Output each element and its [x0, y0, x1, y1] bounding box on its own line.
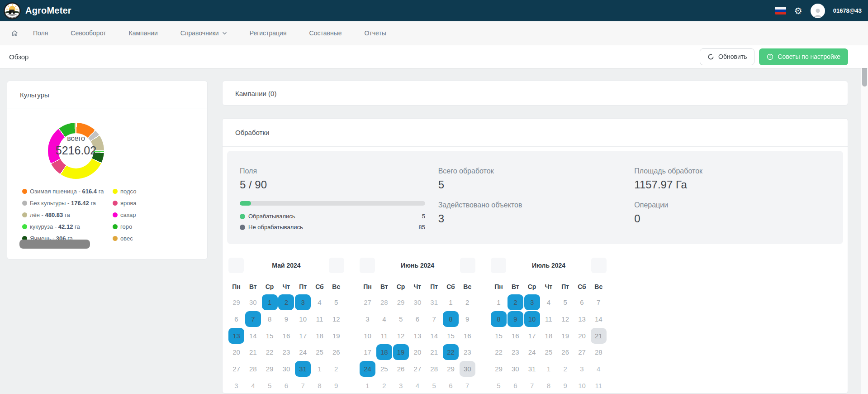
calendar-day[interactable]: 6	[443, 378, 459, 394]
calendar-day[interactable]: 1	[360, 378, 375, 394]
calendar-day[interactable]: 2	[328, 361, 344, 377]
calendar-day[interactable]: 6	[228, 311, 244, 327]
calendar-day[interactable]: 7	[460, 378, 475, 394]
next-month-button[interactable]	[329, 258, 344, 273]
calendar-day[interactable]: 29	[228, 294, 244, 310]
calendar-day[interactable]: 14	[591, 311, 607, 327]
calendar-day[interactable]: 16	[278, 328, 294, 344]
calendar-day[interactable]: 26	[328, 344, 344, 360]
calendar-day[interactable]: 5	[328, 294, 344, 310]
calendar-day[interactable]: 25	[376, 361, 392, 377]
calendar-day[interactable]: 12	[393, 328, 409, 344]
calendar-day[interactable]: 3	[524, 294, 540, 310]
menu-item-4[interactable]: Справочники	[180, 29, 227, 37]
calendar-day[interactable]: 15	[491, 328, 507, 344]
calendar-day[interactable]: 2	[278, 294, 294, 310]
calendar-day[interactable]: 27	[574, 344, 590, 360]
calendar-day[interactable]: 24	[524, 344, 540, 360]
calendar-day[interactable]: 7	[591, 294, 607, 310]
calendar-day[interactable]: 8	[443, 311, 459, 327]
calendar-day[interactable]: 10	[360, 328, 375, 344]
calendar-day[interactable]: 16	[508, 328, 523, 344]
calendar-day[interactable]: 14	[245, 328, 261, 344]
calendar-day[interactable]: 7	[524, 378, 540, 394]
calendar-day[interactable]: 3	[574, 361, 590, 377]
calendar-day[interactable]: 3	[393, 378, 409, 394]
calendar-day[interactable]: 10	[524, 311, 540, 327]
calendar-day[interactable]: 20	[409, 344, 425, 360]
calendar-day[interactable]: 10	[295, 311, 311, 327]
calendar-day[interactable]: 18	[541, 328, 556, 344]
menu-item-2[interactable]: Севооборот	[71, 29, 106, 37]
calendar-day[interactable]: 28	[426, 361, 442, 377]
calendar-day[interactable]: 22	[262, 344, 278, 360]
calendar-day[interactable]: 15	[443, 328, 459, 344]
calendar-day[interactable]: 9	[508, 311, 523, 327]
calendar-day[interactable]: 13	[409, 328, 425, 344]
calendar-day[interactable]: 5	[426, 378, 442, 394]
calendar-day[interactable]: 11	[591, 378, 607, 394]
prev-month-button[interactable]	[228, 258, 244, 273]
calendar-day[interactable]: 1	[443, 294, 459, 310]
calendar-day[interactable]: 3	[295, 294, 311, 310]
menu-item-6[interactable]: Составные	[309, 29, 342, 37]
menu-item-3[interactable]: Кампании	[129, 29, 158, 37]
calendar-day[interactable]: 13	[228, 328, 244, 344]
calendar-day[interactable]: 30	[508, 361, 523, 377]
calendar-day[interactable]: 23	[460, 344, 475, 360]
calendar-day[interactable]: 23	[508, 344, 523, 360]
calendar-day[interactable]: 17	[295, 328, 311, 344]
calendar-day[interactable]: 3	[228, 378, 244, 394]
calendar-day[interactable]: 8	[491, 311, 507, 327]
brand[interactable]: AgroMeter	[4, 2, 71, 19]
calendar-day[interactable]: 6	[409, 311, 425, 327]
calendar-day[interactable]: 4	[541, 294, 556, 310]
calendar-day[interactable]: 6	[508, 378, 523, 394]
calendar-day[interactable]: 22	[443, 344, 459, 360]
calendar-day[interactable]: 8	[541, 378, 556, 394]
calendar-day[interactable]: 27	[360, 294, 375, 310]
next-month-button[interactable]	[460, 258, 475, 273]
setup-tips-button[interactable]: Советы по настройке	[759, 48, 848, 65]
calendar-day[interactable]: 20	[574, 328, 590, 344]
calendar-day[interactable]: 30	[460, 361, 475, 377]
calendar-day[interactable]: 24	[295, 344, 311, 360]
calendar-day[interactable]: 4	[409, 378, 425, 394]
calendar-day[interactable]: 9	[460, 311, 475, 327]
calendar-day[interactable]: 26	[557, 344, 573, 360]
calendar-day[interactable]: 7	[245, 311, 261, 327]
menu-item-5[interactable]: Регистрация	[250, 29, 287, 37]
calendar-day[interactable]: 11	[376, 328, 392, 344]
calendar-day[interactable]: 14	[426, 328, 442, 344]
calendar-day[interactable]: 4	[245, 378, 261, 394]
calendar-day[interactable]: 1	[312, 361, 327, 377]
calendar-day[interactable]: 4	[591, 361, 607, 377]
calendar-day[interactable]: 6	[278, 378, 294, 394]
settings-gear-icon[interactable]: ⚙	[794, 6, 802, 15]
calendar-day[interactable]: 11	[312, 311, 327, 327]
prev-month-button[interactable]	[491, 258, 506, 273]
calendar-day[interactable]: 7	[426, 311, 442, 327]
calendar-day[interactable]: 21	[591, 328, 607, 344]
home-icon[interactable]	[11, 29, 19, 37]
calendar-day[interactable]: 1	[541, 361, 556, 377]
calendar-day[interactable]: 21	[426, 344, 442, 360]
calendar-day[interactable]: 5	[262, 378, 278, 394]
calendar-day[interactable]: 28	[245, 361, 261, 377]
calendar-day[interactable]: 5	[557, 294, 573, 310]
calendar-day[interactable]: 1	[491, 294, 507, 310]
calendar-day[interactable]: 10	[574, 378, 590, 394]
menu-item-1[interactable]: Поля	[33, 29, 48, 37]
calendar-day[interactable]: 4	[376, 311, 392, 327]
calendar-day[interactable]: 4	[312, 294, 327, 310]
menu-item-7[interactable]: Отчеты	[364, 29, 386, 37]
calendar-day[interactable]: 18	[312, 328, 327, 344]
user-avatar[interactable]	[811, 4, 825, 18]
calendar-day[interactable]: 29	[393, 294, 409, 310]
calendar-day[interactable]: 6	[574, 294, 590, 310]
calendar-day[interactable]: 22	[491, 344, 507, 360]
calendar-day[interactable]: 7	[295, 378, 311, 394]
prev-month-button[interactable]	[360, 258, 375, 273]
calendar-day[interactable]: 2	[557, 361, 573, 377]
calendar-day[interactable]: 8	[312, 378, 327, 394]
